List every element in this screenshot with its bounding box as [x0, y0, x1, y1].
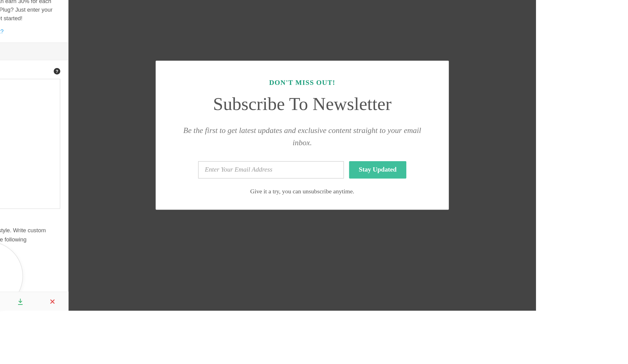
newsletter-modal: DON'T MISS OUT! Subscribe To Newsletter … [156, 61, 449, 210]
bottom-toolbar [0, 292, 68, 311]
subscribe-button[interactable]: Stay Updated [349, 161, 406, 179]
preview-canvas: DON'T MISS OUT! Subscribe To Newsletter … [68, 0, 536, 311]
modal-subtext: Be the first to get latest updates and e… [173, 125, 431, 149]
css-code-editor[interactable]: 1 [0, 79, 60, 209]
modal-footnote: Give it a try, you can unsubscribe anyti… [173, 188, 431, 195]
email-input[interactable] [198, 161, 344, 179]
download-icon[interactable] [17, 298, 24, 305]
custom-code-header[interactable]: Custom Code [0, 43, 68, 60]
modal-eyebrow: DON'T MISS OUT! [173, 79, 431, 87]
modal-headline: Subscribe To Newsletter [173, 94, 431, 115]
affiliate-learn-more-link[interactable]: Curious how does it work? [0, 23, 11, 43]
help-icon[interactable]: ? [54, 68, 60, 75]
affiliate-description: Did you know that you can earn 30% for e… [0, 0, 68, 23]
css-help-text: Add uniqueness to your style. Write cust… [0, 209, 68, 248]
code-body[interactable] [0, 79, 60, 208]
settings-sidebar: Become A ConvertPlug Affiliate No Did yo… [0, 0, 68, 311]
unique-class-name: .cp_id_984c3 [0, 248, 68, 273]
close-red-icon[interactable] [48, 298, 56, 305]
